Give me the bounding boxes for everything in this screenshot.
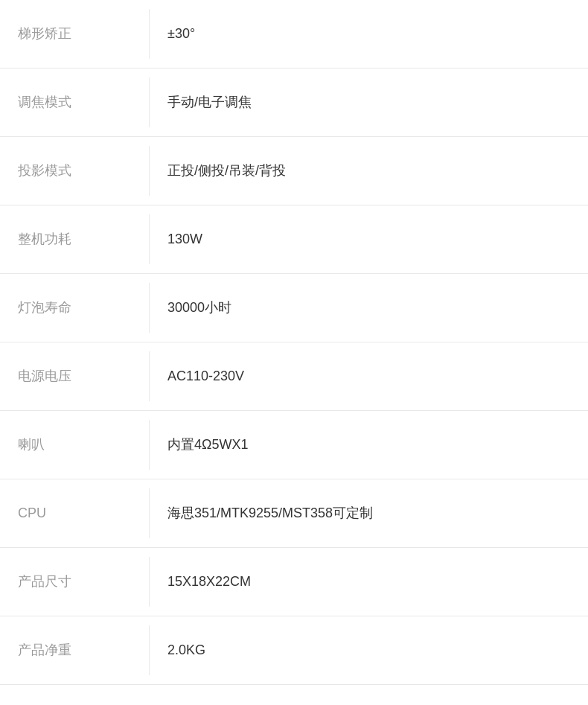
spec-value: 内置4Ω5WX1 (149, 420, 588, 470)
spec-label: 产品尺寸 (0, 557, 149, 607)
spec-value: 手动/电子调焦 (149, 77, 588, 127)
spec-label: 喇叭 (0, 420, 149, 470)
spec-label: 投影模式 (0, 146, 149, 196)
spec-value: ±30° (149, 9, 588, 59)
spec-table: 梯形矫正±30°调焦模式手动/电子调焦投影模式正投/侧投/吊装/背投整机功耗13… (0, 0, 588, 685)
spec-value: 30000小时 (149, 283, 588, 333)
spec-row: 投影模式正投/侧投/吊装/背投 (0, 137, 588, 205)
spec-row: 产品净重2.0KG (0, 616, 588, 685)
spec-label: 调焦模式 (0, 77, 149, 127)
spec-row: 产品尺寸15X18X22CM (0, 548, 588, 616)
spec-label: 电源电压 (0, 351, 149, 401)
spec-value: 15X18X22CM (149, 557, 588, 607)
spec-row: CPU海思351/MTK9255/MST358可定制 (0, 479, 588, 548)
spec-value: AC110-230V (149, 351, 588, 401)
spec-label: 梯形矫正 (0, 9, 149, 59)
spec-value: 2.0KG (149, 625, 588, 675)
spec-label: 产品净重 (0, 625, 149, 675)
spec-value: 正投/侧投/吊装/背投 (149, 146, 588, 196)
spec-row: 灯泡寿命30000小时 (0, 274, 588, 342)
spec-row: 调焦模式手动/电子调焦 (0, 68, 588, 137)
spec-value: 海思351/MTK9255/MST358可定制 (149, 488, 588, 538)
spec-row: 喇叭内置4Ω5WX1 (0, 411, 588, 479)
spec-label: 灯泡寿命 (0, 283, 149, 333)
spec-value: 130W (149, 214, 588, 264)
spec-row: 电源电压AC110-230V (0, 342, 588, 411)
spec-row: 整机功耗130W (0, 205, 588, 274)
spec-label: 整机功耗 (0, 214, 149, 264)
spec-label: CPU (0, 488, 149, 538)
spec-row: 梯形矫正±30° (0, 0, 588, 68)
